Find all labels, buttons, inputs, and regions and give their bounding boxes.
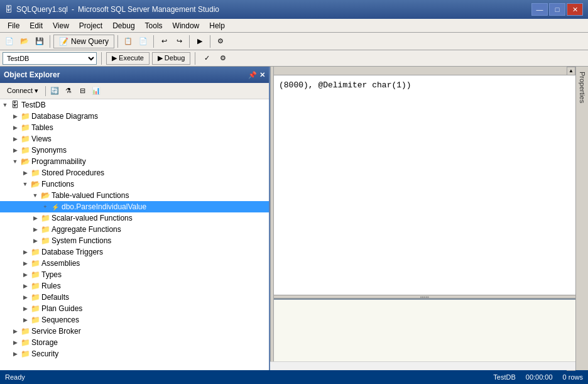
minimize-button[interactable]: — — [531, 3, 548, 16]
tree-expand-icon[interactable]: ▶ — [10, 111, 20, 121]
options-btn[interactable]: ⚙ — [214, 35, 227, 48]
scroll-up-btn[interactable]: ▲ — [567, 67, 575, 75]
copy-btn[interactable]: 📋 — [121, 35, 135, 48]
tree-expand-icon[interactable]: ▼ — [20, 179, 30, 189]
tree-item[interactable]: ▶📁Stored Procedures — [0, 167, 269, 178]
menu-file[interactable]: File — [3, 20, 24, 31]
tree-expand-icon[interactable]: ▶ — [20, 281, 30, 291]
redo-btn[interactable]: ↪ — [172, 35, 186, 48]
properties-label[interactable]: Properties — [579, 67, 586, 103]
tree-expand-icon[interactable]: ▼ — [10, 156, 20, 167]
toolbar-sep-4 — [189, 35, 190, 48]
tree-item-icon: ⚡ — [50, 202, 60, 212]
tree-expand-icon[interactable]: ▶ — [30, 236, 40, 246]
tree-item[interactable]: ▶📁Tables — [0, 122, 269, 133]
tree-item[interactable]: +⚡dbo.ParseIndividualValue — [0, 201, 269, 212]
oe-report-btn[interactable]: 📊 — [90, 85, 102, 97]
status-ready: Ready — [5, 373, 25, 381]
tree-item[interactable]: ▶📁Database Triggers — [0, 246, 269, 258]
main-toolbar: 📄 📂 💾 📝 New Query 📋 📄 ↩ ↪ ▶ ⚙ — [0, 33, 588, 50]
menu-tools[interactable]: Tools — [140, 20, 168, 31]
tree-item[interactable]: ▶📁Assemblies — [0, 258, 269, 269]
tree-item[interactable]: ▶📁Rules — [0, 280, 269, 292]
menu-view[interactable]: View — [48, 20, 74, 31]
execute-button[interactable]: ▶ Execute — [106, 52, 150, 65]
menu-window[interactable]: Window — [168, 20, 205, 31]
tree-item[interactable]: ▶📁Synonyms — [0, 145, 269, 156]
tree-item-label: Sequences — [40, 315, 79, 324]
oe-collapse-btn[interactable]: ⊟ — [76, 85, 89, 97]
run-btn[interactable]: ▶ — [193, 35, 207, 48]
close-button[interactable]: ✕ — [567, 3, 583, 16]
oe-filter-btn[interactable]: ⚗ — [62, 85, 75, 97]
tree-expand-icon[interactable]: ▶ — [20, 168, 30, 178]
toolbar-sep-3 — [153, 35, 154, 48]
tree-item[interactable]: ▼📂Table-valued Functions — [0, 190, 269, 201]
tree-item-label: dbo.ParseIndividualValue — [60, 202, 146, 211]
tree-item[interactable]: ▼📂Programmability — [0, 156, 269, 167]
tree-view[interactable]: ▼🗄TestDB▶📁Database Diagrams▶📁Tables▶📁Vie… — [0, 99, 269, 370]
tree-item[interactable]: ▶📁Service Broker — [0, 326, 269, 337]
qtoolbar-sep-1 — [101, 52, 102, 65]
tree-item[interactable]: ▼🗄TestDB — [0, 99, 269, 111]
tree-expand-icon[interactable]: + — [40, 202, 50, 212]
tree-expand-icon[interactable]: ▶ — [10, 349, 20, 359]
tree-expand-icon[interactable]: ▶ — [10, 326, 20, 336]
menu-help[interactable]: Help — [204, 20, 230, 31]
tree-expand-icon[interactable]: ▶ — [30, 213, 40, 223]
new-query-button[interactable]: 📝 New Query — [53, 35, 114, 48]
open-file-btn[interactable]: 📂 — [18, 35, 31, 48]
database-select[interactable]: TestDB — [3, 52, 97, 65]
tree-item-label: Synonyms — [30, 146, 67, 155]
save-btn[interactable]: 💾 — [33, 35, 46, 48]
tree-expand-icon[interactable]: ▶ — [20, 270, 30, 280]
query-editor[interactable]: (8000), @Delimiter char(1)) — [274, 75, 575, 295]
tree-expand-icon[interactable]: ▶ — [20, 315, 30, 325]
debug-button[interactable]: ▶ Debug — [152, 52, 190, 65]
menu-debug[interactable]: Debug — [107, 20, 139, 31]
tree-expand-icon[interactable]: ▶ — [20, 247, 30, 257]
tree-item[interactable]: ▼📂Functions — [0, 178, 269, 190]
tree-expand-icon[interactable]: ▶ — [10, 134, 20, 144]
tree-item[interactable]: ▶📁Plan Guides — [0, 303, 269, 314]
oe-refresh-btn[interactable]: 🔄 — [48, 85, 61, 97]
oe-connect-btn[interactable]: Connect ▾ — [3, 85, 43, 97]
tree-item-label: Database Diagrams — [30, 112, 98, 121]
paste-btn[interactable]: 📄 — [136, 35, 150, 48]
oe-pin-btn[interactable]: 📌 — [248, 71, 257, 79]
tree-expand-icon[interactable]: ▼ — [0, 100, 10, 110]
tree-item-icon: 📂 — [30, 179, 40, 189]
properties-panel[interactable]: Properties — [575, 67, 588, 370]
tree-expand-icon[interactable]: ▶ — [20, 292, 30, 302]
tree-item[interactable]: ▶📁Defaults — [0, 292, 269, 303]
tree-item[interactable]: ▶📁Database Diagrams — [0, 111, 269, 122]
tree-item[interactable]: ▶📁Types — [0, 269, 269, 280]
tree-expand-icon[interactable]: ▶ — [20, 258, 30, 268]
toolbar-sep-2 — [117, 35, 118, 48]
menu-project[interactable]: Project — [74, 20, 107, 31]
app-icon: 🗄 — [5, 5, 13, 14]
tree-item-icon: 📂 — [20, 156, 30, 167]
tree-expand-icon[interactable]: ▶ — [10, 337, 20, 348]
tree-item[interactable]: ▶📁Views — [0, 133, 269, 145]
tree-item[interactable]: ▶📁Aggregate Functions — [0, 224, 269, 235]
query-options-btn[interactable]: ⚙ — [216, 52, 230, 65]
tree-item[interactable]: ▶📁System Functions — [0, 235, 269, 246]
tree-expand-icon[interactable]: ▶ — [10, 123, 20, 133]
tree-item[interactable]: ▶📁Scalar-valued Functions — [0, 212, 269, 224]
tree-item[interactable]: ▶📁Storage — [0, 337, 269, 348]
parse-btn[interactable]: ✓ — [200, 52, 214, 65]
menu-edit[interactable]: Edit — [24, 20, 48, 31]
tree-expand-icon[interactable]: ▶ — [30, 224, 40, 234]
tree-expand-icon[interactable]: ▼ — [30, 190, 40, 200]
tree-expand-icon[interactable]: ▶ — [20, 304, 30, 314]
tree-item[interactable]: ▶📁Sequences — [0, 314, 269, 326]
status-bar: Ready TestDB 00:00:00 0 rows — [0, 370, 588, 384]
oe-close-btn[interactable]: ✕ — [259, 71, 265, 79]
tree-expand-icon[interactable]: ▶ — [10, 145, 20, 155]
new-file-btn[interactable]: 📄 — [3, 35, 16, 48]
maximize-button[interactable]: □ — [549, 3, 565, 16]
tree-item[interactable]: ▶📁Security — [0, 348, 269, 359]
undo-btn[interactable]: ↩ — [157, 35, 171, 48]
tree-item-label: Aggregate Functions — [50, 225, 121, 234]
